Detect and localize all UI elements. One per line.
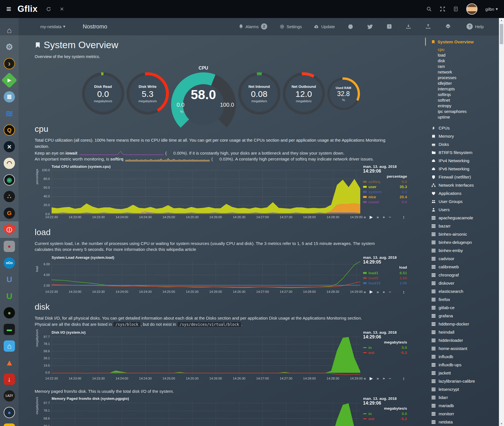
- scrollbar-down-arrow[interactable]: ▼: [500, 422, 503, 425]
- toc-item-ipc-semaphores[interactable]: ipc semaphores: [438, 109, 499, 114]
- twitter-icon[interactable]: [367, 24, 373, 29]
- sidebar-app-turtle-app[interactable]: ●: [0, 304, 19, 321]
- toc-item-ram[interactable]: ram: [438, 64, 499, 69]
- sidebar-app-lazylibrarian[interactable]: LAZY: [0, 387, 19, 404]
- toc-app-elasticsearch[interactable]: elasticsearch: [425, 287, 499, 295]
- sidebar-app-monitorr[interactable]: ▬: [0, 321, 19, 338]
- print-icon[interactable]: [445, 24, 451, 29]
- toc-app-binhex-airsonic[interactable]: binhex-airsonic: [425, 230, 499, 238]
- sidebar-app-youtube-dl[interactable]: ↓: [0, 371, 19, 387]
- chart-resize-handle[interactable]: ↕: [403, 215, 405, 219]
- help-button[interactable]: ? Help: [467, 23, 484, 30]
- gauge-used_ram[interactable]: Used RAM32.8%: [327, 77, 360, 110]
- sidebar-app-home[interactable]: ⌂: [0, 22, 19, 39]
- toolbox-button[interactable]: ▶: [370, 376, 373, 381]
- chart-disk[interactable]: Disk I/O (system.io)megabytes/s0.019.539…: [35, 330, 407, 382]
- toc-group-firewall-netfilter-[interactable]: Firewall (netfilter): [425, 173, 499, 181]
- gauge-cpu[interactable]: CPU58.00.0100.0%: [171, 66, 236, 137]
- sidebar-app-ubooquity[interactable]: U: [0, 271, 19, 288]
- toolbox-button[interactable]: +: [383, 289, 385, 294]
- gauge-disk_write[interactable]: Disk Write5.3megabytes/s: [127, 72, 169, 115]
- toc-app-mariadb[interactable]: mariadb: [425, 402, 499, 410]
- legend-load15[interactable]: load152.06: [363, 280, 407, 286]
- toolbox-button[interactable]: »: [377, 376, 379, 381]
- sidebar-app-calibre-web[interactable]: ≣: [0, 88, 19, 105]
- sidebar-app-jackett[interactable]: Q: [0, 122, 19, 138]
- legend-iowait[interactable]: iowait0.0: [363, 200, 407, 205]
- toc-app-hddtemp-docker[interactable]: hddtemp-docker: [425, 320, 499, 328]
- toc-item-disk[interactable]: disk: [438, 58, 499, 64]
- toolbox-button[interactable]: ▶: [370, 289, 373, 294]
- search-icon[interactable]: [426, 6, 432, 12]
- sidebar-app-ombi[interactable]: ◠: [0, 155, 19, 171]
- toc-item-interrupts[interactable]: interrupts: [438, 86, 499, 92]
- chart-plot-area[interactable]: [52, 170, 360, 214]
- sidebar-app-folder-app[interactable]: ●: [0, 238, 19, 255]
- facebook-icon[interactable]: [387, 24, 392, 29]
- toc-group-cpus[interactable]: CPUs: [425, 124, 499, 132]
- sidebar-app-plex[interactable]: ›: [0, 55, 19, 72]
- chart-plot-area[interactable]: [52, 336, 360, 375]
- legend-in[interactable]: in0.0: [363, 411, 407, 416]
- fullscreen-icon[interactable]: [440, 6, 445, 12]
- toc-app-hiddenloader[interactable]: hiddenloader: [425, 336, 499, 344]
- toc-group-disks[interactable]: Disks: [425, 140, 499, 148]
- toc-app-letsencrypt[interactable]: letsencrypt: [425, 385, 499, 393]
- sidebar-app-nextcloud[interactable]: oOo: [0, 255, 19, 271]
- toc-app-firefox[interactable]: firefox: [425, 295, 499, 304]
- toc-item-processes[interactable]: processes: [438, 75, 499, 81]
- legend-load1[interactable]: load16.51: [363, 270, 407, 275]
- toolbox-button[interactable]: »: [377, 289, 379, 294]
- toc-item-uptime[interactable]: uptime: [438, 114, 499, 120]
- legend-user[interactable]: user35.3: [363, 184, 407, 189]
- toc-group-ipv6-networking[interactable]: IPv6 Networking: [425, 165, 499, 173]
- sidebar-app-emby[interactable]: ▶: [0, 72, 19, 88]
- legend-load5[interactable]: load52.68: [363, 275, 407, 280]
- toc-item-entropy[interactable]: entropy: [438, 103, 499, 109]
- toc-app-binhex-delugevpn[interactable]: binhex-delugevpn: [425, 238, 499, 246]
- chart-plot-area[interactable]: [52, 402, 360, 426]
- page-scrollbar[interactable]: ▲ ▼: [499, 18, 504, 426]
- sidebar-app-diskover[interactable]: ∴: [0, 188, 19, 205]
- sidebar-app-duplicati[interactable]: ●: [0, 404, 19, 421]
- chart-pgpgio[interactable]: Memory Paged from/to disk (system.pgpgio…: [35, 396, 407, 426]
- toc-item-idlejitter[interactable]: idlejitter: [438, 81, 499, 86]
- legend-out[interactable]: out-5.3: [363, 350, 407, 355]
- update-button[interactable]: Update: [314, 24, 335, 29]
- toc-app-monitorr[interactable]: monitorr: [425, 410, 499, 418]
- gauge-net_inbound[interactable]: Net Inbound0.08megabits/s: [238, 72, 280, 115]
- sidebar-app-unraid[interactable]: U: [0, 288, 19, 304]
- download-icon[interactable]: [406, 24, 411, 29]
- toc-app-cadvisor[interactable]: cadvisor: [425, 255, 499, 263]
- legend-softirq[interactable]: softirq0.0: [363, 179, 407, 184]
- toc-app-influxdb-ups[interactable]: influxdb-ups: [425, 361, 499, 369]
- changelog-icon[interactable]: [453, 6, 458, 12]
- toc-item-softnet[interactable]: softnet: [438, 97, 499, 103]
- user-menu[interactable]: gilbn ▾: [485, 6, 498, 12]
- toc-app-heimdall[interactable]: heimdall: [425, 328, 499, 336]
- gauge-net_outbound[interactable]: Net Outbound12.0megabits/s: [283, 72, 325, 115]
- toc-app-grafana[interactable]: grafana: [425, 312, 499, 320]
- scrollbar-thumb[interactable]: [500, 24, 503, 44]
- legend-nice[interactable]: nice20.4: [363, 195, 407, 200]
- sidebar-app-grafana[interactable]: G: [0, 205, 19, 221]
- legend-in[interactable]: in0.0: [363, 345, 407, 350]
- toolbox-button[interactable]: «: [364, 376, 366, 381]
- toolbox-button[interactable]: +: [383, 215, 385, 219]
- toc-group-users[interactable]: Users: [425, 206, 499, 214]
- toc-app-bazarr[interactable]: bazarr: [425, 222, 499, 230]
- chart-plot-area[interactable]: [52, 261, 360, 289]
- chart-resize-handle[interactable]: ↕: [403, 376, 405, 381]
- toolbox-button[interactable]: «: [364, 289, 366, 294]
- toc-group-network-interfaces[interactable]: Network Interfaces: [425, 181, 499, 189]
- refresh-icon[interactable]: [46, 6, 51, 12]
- settings-button[interactable]: Settings: [280, 24, 302, 29]
- toc-app-calibreweb[interactable]: calibreweb: [425, 263, 499, 271]
- toc-app-gitlab-ce[interactable]: gitlab-ce: [425, 304, 499, 312]
- chart-load[interactable]: System Load Average (system.load)load2.0…: [35, 255, 407, 295]
- toc-group-ipv4-networking[interactable]: IPv4 Networking: [425, 157, 499, 165]
- toc-group-memory[interactable]: Memory: [425, 132, 499, 140]
- sidebar-app-settings[interactable]: ⚙: [0, 39, 19, 55]
- sidebar-app-kitana[interactable]: ×: [0, 138, 19, 155]
- toc-app-influxdb[interactable]: influxdb: [425, 353, 499, 361]
